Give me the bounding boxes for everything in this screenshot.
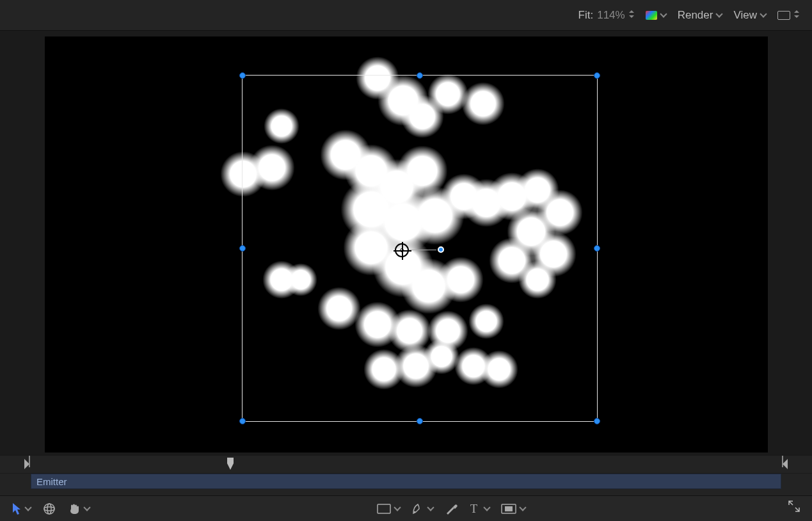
out-point-icon[interactable] <box>783 459 788 469</box>
layout-menu[interactable] <box>777 11 799 20</box>
fit-menu[interactable]: Fit: 114% <box>578 9 634 22</box>
resize-handle-w[interactable] <box>239 245 246 252</box>
color-swatch-icon <box>646 11 657 20</box>
mask-tool[interactable] <box>501 504 525 514</box>
pen-tool[interactable] <box>411 502 433 515</box>
top-toolbar: Fit: 114% Render View <box>0 0 812 31</box>
selection-bounding-box[interactable] <box>242 75 598 422</box>
canvas-area <box>0 31 812 454</box>
chevron-down-icon <box>394 504 401 511</box>
resize-handle-ne[interactable] <box>594 72 600 79</box>
fit-value: 114% <box>597 9 625 22</box>
anchor-point-icon[interactable] <box>395 243 409 257</box>
fullscreen-icon[interactable] <box>788 500 800 515</box>
resize-handle-n[interactable] <box>417 72 423 79</box>
chevron-down-icon <box>427 504 434 511</box>
text-tool[interactable]: T <box>469 503 490 515</box>
in-marker <box>29 456 30 467</box>
track-label: Emitter <box>36 476 67 487</box>
rotation-arm <box>409 250 440 250</box>
timeline-ruler[interactable] <box>0 456 812 474</box>
select-tool[interactable] <box>12 502 31 515</box>
resize-handle-nw[interactable] <box>239 72 246 79</box>
render-label: Render <box>678 9 713 22</box>
chevron-down-icon <box>483 504 490 511</box>
svg-point-2 <box>47 504 51 514</box>
paint-tool[interactable] <box>445 502 458 515</box>
pan-tool[interactable] <box>68 502 90 515</box>
chevron-down-icon <box>660 10 667 17</box>
timeline-track[interactable]: Emitter <box>31 474 781 489</box>
rotation-handle[interactable] <box>436 245 445 254</box>
bottom-toolbar: T <box>0 495 812 521</box>
chevron-down-icon <box>24 504 31 511</box>
svg-rect-3 <box>378 504 390 513</box>
fit-label: Fit: <box>578 9 594 22</box>
chevron-down-icon <box>716 10 723 17</box>
render-menu[interactable]: Render <box>678 9 722 22</box>
view-label: View <box>733 9 757 22</box>
window-layout-icon <box>777 11 790 20</box>
svg-rect-7 <box>505 506 513 511</box>
svg-text:T: T <box>470 503 477 515</box>
svg-point-4 <box>413 511 415 513</box>
color-menu[interactable] <box>646 11 666 20</box>
chevron-down-icon <box>760 10 767 17</box>
resize-handle-se[interactable] <box>594 418 600 424</box>
canvas[interactable] <box>45 36 768 453</box>
resize-handle-sw[interactable] <box>239 418 246 424</box>
chevron-down-icon <box>83 504 90 511</box>
svg-point-1 <box>44 507 54 511</box>
mini-timeline: Emitter <box>0 456 812 495</box>
resize-handle-e[interactable] <box>594 245 600 252</box>
3d-transform-tool[interactable] <box>42 502 56 516</box>
playhead[interactable] <box>227 457 234 471</box>
resize-handle-s[interactable] <box>417 418 423 424</box>
svg-point-0 <box>44 504 54 514</box>
shape-tool[interactable] <box>377 504 400 514</box>
view-menu[interactable]: View <box>733 9 766 22</box>
chevron-down-icon <box>519 504 526 511</box>
